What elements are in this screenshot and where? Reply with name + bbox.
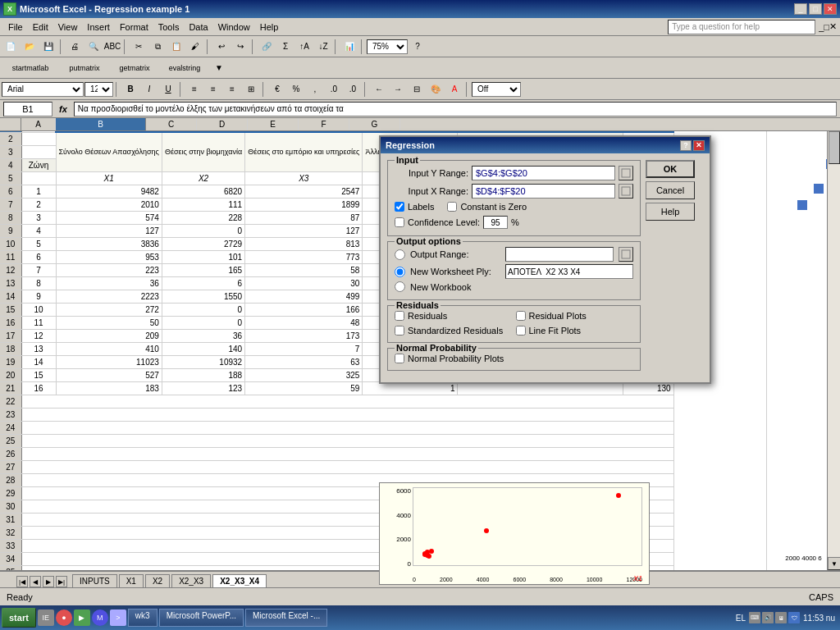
quick-launch-icon2[interactable]: ● — [56, 609, 72, 626]
redo-btn[interactable]: ↪ — [231, 39, 249, 55]
border-btn[interactable]: ⊟ — [408, 81, 426, 98]
start-button[interactable]: start — [2, 608, 36, 628]
maximize-button[interactable]: □ — [809, 3, 822, 15]
spellcheck-btn[interactable]: ABC — [103, 39, 121, 55]
col-header-d[interactable]: D — [197, 118, 248, 130]
col-header-a[interactable]: A — [21, 118, 56, 130]
output-range-field[interactable] — [505, 247, 614, 262]
output-range-selector-btn[interactable] — [619, 247, 633, 262]
font-combo[interactable]: Arial — [2, 82, 84, 97]
input-x-field[interactable]: $D$4:$F$20 — [472, 184, 615, 199]
window-controls[interactable]: _ □ ✕ — [794, 3, 837, 15]
align-right-btn[interactable]: ≡ — [223, 81, 241, 98]
menu-view[interactable]: View — [53, 21, 83, 34]
scroll-track[interactable] — [828, 131, 840, 557]
merge-btn[interactable]: ⊞ — [242, 81, 260, 98]
dialog-title-controls[interactable]: ? ✕ — [680, 140, 705, 151]
input-x-selector-btn[interactable] — [619, 184, 633, 199]
cell-c234[interactable]: Θέσεις στην βιομηχανία — [162, 132, 244, 171]
macro1-btn[interactable]: startmatlab — [2, 60, 59, 76]
cell-b234[interactable]: Σύνολο Θέσεων Απασχόλησης — [56, 132, 162, 171]
quick-launch-icon4[interactable]: M — [92, 609, 108, 626]
minimize-button[interactable]: _ — [794, 3, 807, 15]
percent-btn[interactable]: % — [287, 81, 305, 98]
tab-x2[interactable]: X2 — [145, 574, 170, 587]
macro3-btn[interactable]: getmatrix — [110, 60, 159, 76]
tab-last-btn[interactable]: ▶| — [56, 576, 67, 587]
tab-inputs[interactable]: INPUTS — [72, 574, 117, 587]
indent-inc-btn[interactable]: → — [389, 81, 407, 98]
macro2-btn[interactable]: putmatrix — [60, 60, 109, 76]
std-residuals-checkbox[interactable] — [395, 326, 404, 336]
zoom-combo[interactable]: 75% 100% — [367, 39, 408, 54]
cell-a2[interactable] — [21, 132, 56, 145]
formula-input[interactable] — [74, 102, 837, 116]
inc-decimal-btn[interactable]: .0 — [325, 81, 343, 98]
font-color-btn[interactable]: A — [445, 81, 463, 98]
col-header-g[interactable]: G — [349, 118, 400, 130]
menu-help[interactable]: Help — [255, 21, 284, 34]
restore-btn2[interactable]: □ — [824, 22, 829, 32]
scroll-down-arrow[interactable]: ▼ — [828, 557, 840, 570]
undo-btn[interactable]: ↩ — [212, 39, 231, 55]
taskbar-excel[interactable]: Microsoft Excel -... — [245, 609, 327, 627]
cell-b5[interactable]: X1 — [56, 171, 162, 185]
tab-x2x3x4[interactable]: X2_X3_X4 — [212, 574, 267, 587]
constant-zero-checkbox[interactable] — [447, 202, 457, 212]
sort-desc-btn[interactable]: ↓Z — [314, 39, 332, 55]
cell-a4-zone[interactable]: Ζώνη — [21, 158, 56, 171]
dialog-close-btn[interactable]: ✕ — [693, 140, 705, 151]
ok-button[interactable]: OK — [646, 160, 695, 178]
sort-asc-btn[interactable]: ↑A — [295, 39, 313, 55]
cell-d234[interactable]: Θέσεις στο εμπόριο και υπηρεσίες — [245, 132, 363, 171]
menu-edit[interactable]: Edit — [28, 21, 53, 34]
line-fit-checkbox[interactable] — [516, 326, 526, 336]
save-btn[interactable]: 💾 — [39, 39, 57, 55]
quick-launch-icon1[interactable]: IE — [38, 609, 54, 626]
help-button[interactable]: Help — [646, 203, 695, 221]
input-y-field[interactable]: $G$4:$G$20 — [472, 166, 615, 180]
indent-dec-btn[interactable]: ← — [370, 81, 388, 98]
tab-x2x3[interactable]: X2_X3 — [171, 574, 211, 587]
format-painter-btn[interactable]: 🖌 — [186, 39, 204, 55]
dialog-help-btn-title[interactable]: ? — [680, 140, 692, 151]
cell-reference-box[interactable] — [3, 102, 52, 116]
new-worksheet-radio[interactable] — [395, 267, 405, 277]
close-btn2[interactable]: ✕ — [829, 21, 837, 32]
scroll-thumb[interactable] — [829, 131, 840, 164]
macro5-btn[interactable]: ▼ — [210, 60, 228, 76]
input-y-selector-btn[interactable] — [619, 166, 633, 180]
residual-plots-checkbox[interactable] — [516, 311, 526, 321]
align-left-btn[interactable]: ≡ — [185, 81, 203, 98]
tab-first-btn[interactable]: |◀ — [16, 576, 28, 587]
fontsize-combo[interactable]: 12 — [84, 82, 113, 97]
tab-next-btn[interactable]: ▶ — [43, 576, 54, 587]
copy-btn[interactable]: ⧉ — [148, 39, 167, 55]
preview-btn[interactable]: 🔍 — [84, 39, 103, 55]
menu-tools[interactable]: Tools — [153, 21, 185, 34]
help-search-box[interactable]: Type a question for help — [668, 20, 815, 34]
hyperlink-btn[interactable]: 🔗 — [258, 39, 276, 55]
residuals-checkbox[interactable] — [395, 311, 404, 321]
align-center-btn[interactable]: ≡ — [204, 81, 222, 98]
cell-d5[interactable]: X3 — [245, 171, 363, 185]
print-btn[interactable]: 🖨 — [66, 39, 84, 55]
cell-a3[interactable] — [21, 145, 56, 158]
italic-btn[interactable]: I — [140, 81, 158, 98]
taskbar-wk3[interactable]: wk3 — [128, 609, 158, 627]
confidence-value-input[interactable] — [483, 216, 508, 229]
close-button[interactable]: ✕ — [824, 3, 837, 15]
col-header-e[interactable]: E — [248, 118, 299, 130]
output-range-radio[interactable] — [395, 249, 405, 260]
comma-btn[interactable]: , — [306, 81, 324, 98]
labels-checkbox[interactable] — [395, 202, 404, 212]
normal-prob-checkbox[interactable] — [395, 354, 404, 363]
paste-btn[interactable]: 📋 — [167, 39, 185, 55]
new-btn[interactable]: 📄 — [2, 39, 20, 55]
col-header-b[interactable]: B — [56, 118, 146, 130]
quick-launch-icon5[interactable]: > — [110, 609, 126, 626]
open-btn[interactable]: 📂 — [21, 39, 39, 55]
col-header-f[interactable]: F — [299, 118, 349, 130]
menu-format[interactable]: Format — [115, 21, 153, 34]
vertical-scrollbar[interactable]: ▲ ▼ — [827, 118, 840, 570]
